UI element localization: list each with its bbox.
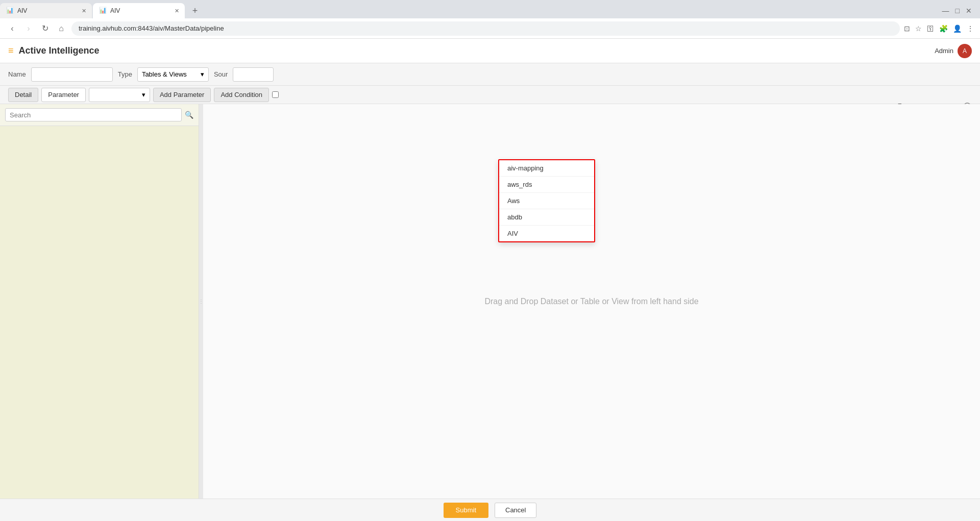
tab-2[interactable]: 📊 AIV ✕	[93, 3, 185, 18]
puzzle-icon[interactable]: 🧩	[939, 24, 948, 33]
condition-checkbox[interactable]	[272, 91, 279, 98]
tab-bar: 📊 AIV ✕ 📊 AIV ✕ + — □ ✕	[0, 0, 980, 18]
dropdown-item-abdb[interactable]: abdb	[499, 209, 594, 226]
canvas-area: Drag and Drop Dataset or Table or View f…	[203, 104, 980, 499]
tab-1[interactable]: 📊 AIV ✕	[0, 3, 92, 18]
name-input[interactable]	[31, 67, 113, 82]
search-bar: 🔍	[0, 104, 199, 126]
close-window-button[interactable]: ✕	[966, 7, 972, 15]
cancel-button[interactable]: Cancel	[495, 503, 536, 518]
type-chevron-icon: ▾	[201, 70, 204, 78]
parameter-tab[interactable]: Parameter	[41, 88, 86, 102]
hamburger-menu[interactable]: ≡	[8, 45, 14, 56]
dropdown-item-aws-rds[interactable]: aws_rds	[499, 177, 594, 193]
cast-icon[interactable]: ⊡	[904, 24, 910, 33]
tab-2-label: AIV	[110, 7, 120, 14]
name-label: Name	[8, 70, 26, 78]
source-label: Sour	[214, 70, 228, 78]
checkbox-container	[272, 91, 279, 98]
app-title: Active Intelligence	[19, 45, 100, 56]
left-panel-body	[0, 126, 199, 499]
param-dropdown[interactable]: ▾	[89, 88, 150, 102]
forward-button[interactable]: ›	[22, 22, 35, 35]
tab-controls: — □ ✕	[942, 7, 980, 15]
profile-icon[interactable]: 👤	[953, 24, 962, 33]
param-chevron-icon: ▾	[142, 91, 145, 98]
resize-handle[interactable]: ⋮	[199, 104, 203, 499]
extension-icon-1[interactable]: ⚿	[927, 24, 934, 33]
drag-hint: Drag and Drop Dataset or Table or View f…	[484, 297, 698, 306]
address-bar-row: ‹ › ↻ ⌂ ⊡ ☆ ⚿ 🧩 👤 ⋮	[0, 18, 980, 39]
minimize-button[interactable]: —	[942, 7, 949, 15]
dropdown-item-aiv[interactable]: AIV	[499, 226, 594, 241]
submit-button[interactable]: Submit	[444, 503, 488, 518]
tab-1-icon: 📊	[6, 7, 14, 15]
app-header: ≡ Active Intelligence Admin A	[0, 39, 980, 63]
left-panel: 🔍	[0, 104, 199, 499]
maximize-button[interactable]: □	[955, 7, 960, 15]
address-bar-actions: ⊡ ☆ ⚿ 🧩 👤 ⋮	[904, 24, 974, 33]
main-content: 🔍 ⋮ Drag and Drop Dataset or Table or Vi…	[0, 104, 980, 499]
reload-button[interactable]: ↻	[39, 22, 51, 35]
avatar: A	[958, 44, 972, 58]
search-icon: 🔍	[185, 111, 193, 119]
back-button[interactable]: ‹	[6, 22, 18, 35]
type-value: Tables & Views	[142, 70, 187, 78]
dropdown-item-aws[interactable]: Aws	[499, 193, 594, 209]
detail-tab[interactable]: Detail	[8, 88, 38, 102]
tab-1-label: AIV	[17, 7, 27, 14]
username: Admin	[935, 47, 953, 55]
new-tab-button[interactable]: +	[188, 4, 202, 18]
more-icon[interactable]: ⋮	[967, 24, 974, 33]
type-dropdown[interactable]: Tables & Views ▾	[137, 67, 209, 82]
source-dropdown[interactable]: aiv-mapping aws_rds Aws abdb AIV	[498, 159, 595, 242]
tab-2-close[interactable]: ✕	[173, 7, 181, 15]
bookmark-icon[interactable]: ☆	[915, 24, 922, 33]
add-parameter-button[interactable]: Add Parameter	[153, 88, 211, 102]
home-button[interactable]: ⌂	[55, 22, 67, 35]
source-input[interactable]	[233, 67, 274, 82]
toolbar-2: Detail Parameter ▾ Add Parameter Add Con…	[0, 86, 980, 104]
type-label: Type	[118, 70, 132, 78]
user-section: Admin A	[935, 44, 972, 58]
tab-1-close[interactable]: ✕	[80, 7, 88, 15]
dropdown-item-aiv-mapping[interactable]: aiv-mapping	[499, 160, 594, 177]
tab-2-icon: 📊	[99, 7, 107, 15]
bottom-bar: Submit Cancel	[0, 499, 980, 521]
address-input[interactable]	[71, 21, 900, 36]
toolbar-1: Name Type Tables & Views ▾ Sour	[0, 63, 980, 86]
add-condition-button[interactable]: Add Condition	[214, 88, 269, 102]
browser-chrome: 📊 AIV ✕ 📊 AIV ✕ + — □ ✕ ‹ › ↻ ⌂ ⊡ ☆ ⚿ 🧩 …	[0, 0, 980, 39]
search-input[interactable]	[5, 108, 182, 121]
